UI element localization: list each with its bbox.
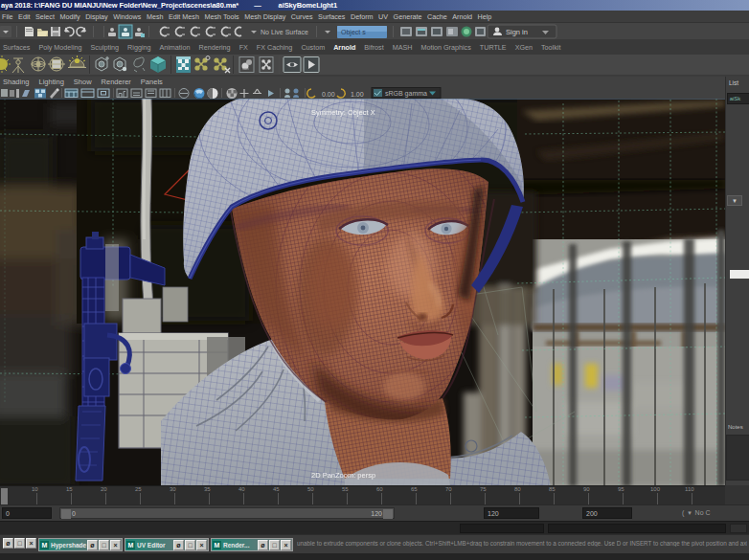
svg-text:1.00: 1.00 (351, 91, 364, 98)
svg-text:Sign in: Sign in (506, 28, 528, 36)
svg-text:sRGB gamma: sRGB gamma (385, 90, 427, 98)
svg-text:Object s: Object s (341, 29, 366, 36)
svg-text:No Live Surface: No Live Surface (261, 29, 308, 35)
svg-text:Symmetry: Object X: Symmetry: Object X (311, 108, 375, 117)
svg-text:2D PanZoom: persp: 2D PanZoom: persp (311, 471, 375, 480)
svg-text:0.00: 0.00 (322, 91, 335, 98)
